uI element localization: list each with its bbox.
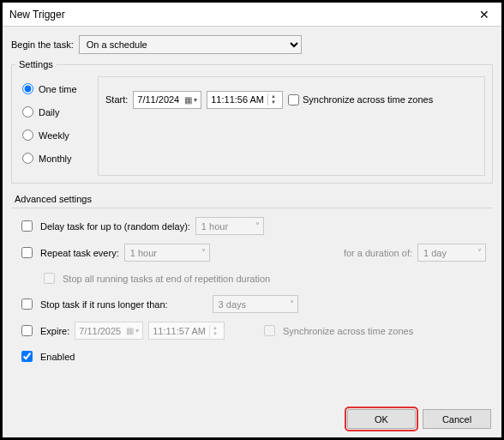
expire-label: Expire: bbox=[40, 326, 69, 336]
start-date-value: 7/11/2024 bbox=[137, 94, 179, 105]
start-date-input[interactable]: 7/11/2024 ▦ ▾ bbox=[133, 91, 201, 109]
delay-combo[interactable]: 1 hour bbox=[195, 217, 264, 235]
chevron-down-icon: ▾ bbox=[135, 327, 139, 335]
advanced-legend: Advanced settings bbox=[15, 194, 493, 204]
radio-monthly[interactable] bbox=[22, 153, 33, 164]
repeat-label: Repeat task every: bbox=[40, 248, 119, 258]
schedule-options: One time Daily Weekly Monthly bbox=[12, 69, 98, 183]
stop-longer-label: Stop task if it runs longer than: bbox=[40, 299, 168, 310]
expire-time-input[interactable]: 11:11:57 AM ▲▼ bbox=[148, 322, 225, 340]
expire-sync-label: Synchronize across time zones bbox=[283, 326, 413, 336]
stop-longer-checkbox[interactable] bbox=[21, 298, 33, 310]
stop-end-checkbox bbox=[44, 273, 55, 284]
start-panel: Start: 7/11/2024 ▦ ▾ 11:11:56 AM ▲▼ Sync… bbox=[98, 76, 485, 176]
begin-task-label: Begin the task: bbox=[11, 39, 74, 50]
ok-button[interactable]: OK bbox=[347, 409, 416, 429]
expire-checkbox[interactable] bbox=[21, 325, 33, 336]
radio-weekly[interactable] bbox=[22, 130, 33, 141]
expire-sync-checkbox bbox=[264, 325, 275, 336]
sync-timezones-checkbox[interactable] bbox=[288, 94, 299, 105]
expire-time-value: 11:11:57 AM bbox=[153, 326, 206, 336]
radio-weekly-label: Weekly bbox=[39, 130, 69, 141]
chevron-down-icon: ▾ bbox=[194, 96, 197, 104]
expire-date-value: 7/11/2025 bbox=[79, 326, 121, 336]
titlebar: New Trigger ✕ bbox=[3, 3, 501, 27]
calendar-icon: ▦ bbox=[184, 95, 192, 105]
calendar-icon: ▦ bbox=[126, 326, 134, 335]
time-spinner[interactable]: ▲▼ bbox=[267, 93, 279, 105]
settings-group: Settings One time Daily Weekly Monthly bbox=[11, 59, 493, 184]
cancel-button[interactable]: Cancel bbox=[423, 409, 491, 429]
advanced-group: Delay task for up to (random delay): 1 h… bbox=[11, 208, 493, 377]
repeat-combo[interactable]: 1 hour bbox=[124, 244, 210, 262]
start-time-input[interactable]: 11:11:56 AM ▲▼ bbox=[207, 91, 283, 109]
settings-legend: Settings bbox=[15, 59, 57, 69]
close-button[interactable]: ✕ bbox=[467, 3, 501, 27]
stop-longer-combo[interactable]: 3 days bbox=[213, 295, 298, 313]
enabled-checkbox[interactable] bbox=[21, 351, 33, 362]
delay-label: Delay task for up to (random delay): bbox=[40, 221, 190, 232]
radio-daily[interactable] bbox=[22, 106, 33, 118]
radio-onetime[interactable] bbox=[22, 83, 33, 94]
radio-onetime-label: One time bbox=[39, 84, 77, 94]
stop-end-label: Stop all running tasks at end of repetit… bbox=[63, 274, 270, 284]
radio-monthly-label: Monthly bbox=[39, 154, 72, 164]
dialog-buttons: OK Cancel bbox=[347, 409, 491, 429]
delay-checkbox[interactable] bbox=[21, 220, 33, 232]
expire-date-input[interactable]: 7/11/2025 ▦ ▾ bbox=[75, 322, 143, 340]
start-time-value: 11:11:56 AM bbox=[211, 94, 264, 105]
duration-label: for a duration of: bbox=[344, 248, 412, 258]
enabled-label: Enabled bbox=[40, 352, 75, 362]
duration-combo[interactable]: 1 day bbox=[417, 244, 486, 262]
begin-task-select[interactable]: On a schedule bbox=[79, 35, 302, 54]
start-label: Start: bbox=[105, 94, 128, 105]
close-icon: ✕ bbox=[479, 8, 489, 21]
repeat-checkbox[interactable] bbox=[21, 247, 33, 258]
window-title: New Trigger bbox=[9, 9, 65, 21]
sync-timezones-label: Synchronize across time zones bbox=[303, 94, 433, 105]
radio-daily-label: Daily bbox=[39, 107, 59, 118]
time-spinner[interactable]: ▲▼ bbox=[209, 325, 220, 337]
